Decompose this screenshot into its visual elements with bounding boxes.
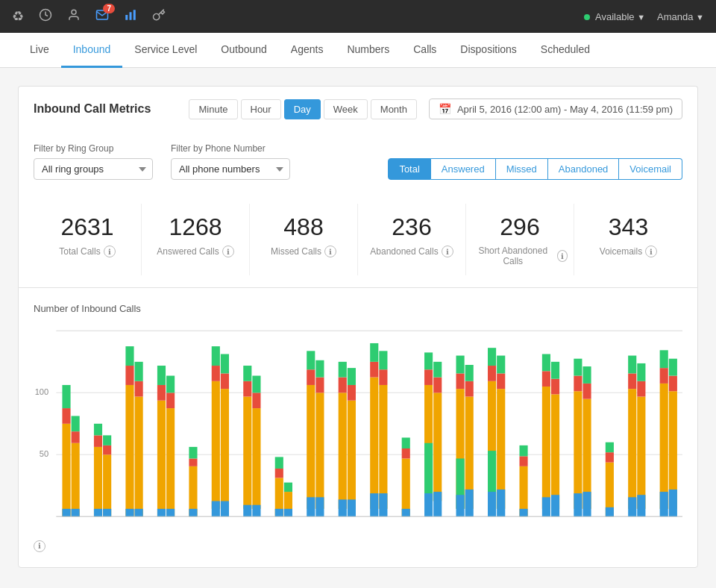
svg-rect-62 (252, 505, 260, 517)
tab-live[interactable]: Live (18, 33, 61, 68)
svg-rect-128 (519, 509, 527, 516)
time-btn-minute[interactable]: Minute (189, 99, 237, 119)
svg-rect-33 (135, 362, 143, 381)
view-btn-answered[interactable]: Answered (431, 158, 496, 180)
svg-rect-136 (551, 495, 559, 517)
svg-rect-68 (284, 483, 292, 492)
svg-rect-12 (62, 408, 70, 424)
svg-rect-84 (348, 369, 356, 386)
ring-group-select[interactable]: All ring groups (34, 158, 153, 180)
stat-voicemails: 343 Voicemails ℹ (574, 204, 682, 275)
filters-row: Filter by Ring Group All ring groups Fil… (18, 131, 698, 192)
svg-rect-72 (307, 351, 315, 370)
date-range-picker[interactable]: 📅 April 5, 2016 (12:00 am) - May 4, 2016… (429, 98, 682, 119)
total-calls-number: 2631 (40, 213, 135, 241)
mail-icon[interactable]: 7 (95, 8, 109, 25)
svg-rect-23 (103, 455, 111, 517)
svg-text:100: 100 (35, 388, 49, 397)
svg-rect-87 (370, 362, 378, 378)
tab-scheduled[interactable]: Scheduled (529, 33, 602, 68)
clock-icon[interactable] (39, 8, 52, 25)
time-btn-week[interactable]: Week (324, 99, 368, 119)
missed-calls-number: 488 (256, 213, 351, 241)
ring-group-filter: Filter by Ring Group All ring groups (34, 143, 153, 180)
svg-rect-35 (157, 401, 166, 517)
svg-rect-94 (402, 459, 410, 517)
short-abandoned-info[interactable]: ℹ (557, 250, 568, 262)
view-btn-missed[interactable]: Missed (496, 158, 548, 180)
total-calls-label: Total Calls ℹ (40, 245, 135, 257)
svg-rect-86 (370, 378, 378, 509)
svg-rect-139 (574, 359, 582, 376)
abandoned-calls-info[interactable]: ℹ (442, 245, 453, 257)
svg-rect-51 (221, 390, 229, 510)
svg-rect-53 (221, 354, 229, 374)
svg-rect-160 (660, 492, 668, 516)
svg-rect-102 (424, 494, 433, 517)
svg-rect-146 (606, 453, 614, 463)
answered-calls-info[interactable]: ℹ (222, 245, 234, 257)
svg-rect-151 (628, 356, 636, 374)
key-icon[interactable] (152, 8, 166, 25)
svg-rect-50 (212, 501, 220, 517)
inbound-calls-chart: 100 50 (34, 323, 682, 532)
recycle-icon[interactable]: ♻ (12, 8, 24, 25)
svg-rect-163 (669, 359, 677, 376)
tab-inbound[interactable]: Inbound (61, 33, 123, 68)
svg-rect-85 (348, 500, 356, 517)
date-range-text: April 5, 2016 (12:00 am) - May 4, 2016 (… (457, 104, 673, 115)
svg-rect-79 (339, 378, 347, 393)
tab-dispositions[interactable]: Dispositions (448, 33, 528, 68)
svg-rect-133 (551, 395, 559, 509)
stat-answered-calls: 1268 Answered Calls ℹ (142, 204, 250, 275)
svg-rect-78 (339, 393, 347, 510)
svg-rect-91 (379, 370, 387, 386)
svg-rect-80 (339, 362, 347, 378)
svg-rect-153 (637, 397, 645, 509)
phone-number-filter: Filter by Phone Number All phone numbers (171, 143, 290, 180)
tab-outbound[interactable]: Outbound (209, 33, 279, 68)
view-btn-total[interactable]: Total (388, 158, 430, 180)
time-btn-month[interactable]: Month (371, 99, 417, 119)
time-btn-hour[interactable]: Hour (241, 99, 281, 119)
status-indicator[interactable]: Available ▼ (584, 11, 645, 22)
tab-numbers[interactable]: Numbers (335, 33, 401, 68)
phone-number-select[interactable]: All phone numbers (171, 158, 290, 180)
svg-rect-70 (307, 385, 315, 509)
svg-text:50: 50 (40, 450, 48, 459)
user-icon[interactable] (67, 8, 81, 25)
view-btn-voicemail[interactable]: Voicemail (619, 158, 682, 180)
svg-rect-2 (125, 15, 128, 20)
stat-total-calls: 2631 Total Calls ℹ (34, 204, 142, 275)
svg-rect-3 (130, 12, 132, 20)
tab-navigation: Live Inbound Service Level Outbound Agen… (0, 33, 716, 68)
chart-info-icon[interactable]: ℹ (34, 540, 45, 552)
svg-rect-97 (402, 509, 410, 516)
svg-rect-104 (433, 378, 442, 393)
mail-badge: 7 (103, 4, 115, 13)
voicemails-info[interactable]: ℹ (645, 245, 657, 257)
svg-rect-57 (243, 366, 251, 381)
user-menu[interactable]: Amanda ▼ (657, 11, 704, 22)
tab-calls[interactable]: Calls (401, 33, 448, 68)
view-btn-abandoned[interactable]: Abandoned (548, 158, 620, 180)
tab-service-level[interactable]: Service Level (122, 33, 209, 68)
metrics-title: Inbound Call Metrics (34, 102, 151, 116)
svg-rect-64 (275, 469, 283, 478)
chart-bar-icon[interactable] (124, 8, 137, 25)
svg-rect-15 (72, 443, 80, 517)
svg-rect-42 (166, 509, 175, 516)
svg-rect-74 (315, 393, 324, 510)
svg-rect-56 (243, 381, 251, 397)
time-btn-day[interactable]: Day (284, 99, 321, 119)
svg-rect-134 (551, 379, 559, 395)
svg-rect-155 (637, 363, 645, 381)
total-calls-info[interactable]: ℹ (104, 245, 116, 257)
svg-rect-147 (606, 442, 614, 452)
svg-point-1 (72, 10, 76, 14)
svg-rect-144 (582, 492, 591, 516)
svg-rect-47 (212, 381, 220, 509)
svg-rect-66 (275, 509, 283, 516)
tab-agents[interactable]: Agents (279, 33, 336, 68)
missed-calls-info[interactable]: ℹ (324, 245, 336, 257)
